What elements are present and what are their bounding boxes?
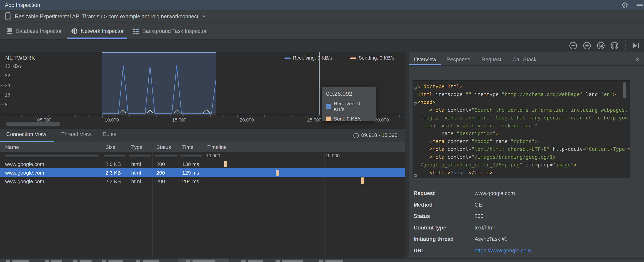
titlebar: App Inspection ⚙ — [0, 0, 644, 10]
zoom-in-icon[interactable] — [583, 41, 591, 50]
y-tick — [0, 95, 4, 95]
chart-horizontal-scrollbar[interactable] — [6, 122, 60, 126]
zoom-out-icon[interactable] — [569, 41, 578, 50]
tab-call-stack[interactable]: Call Stack — [512, 56, 536, 63]
field-label: URL — [414, 248, 425, 254]
chevron-down-icon — [202, 15, 206, 18]
field-value: www.google.com — [474, 190, 515, 196]
bottom-bar-fragment — [241, 260, 246, 262]
clock-icon — [353, 132, 359, 139]
gear-icon[interactable]: ⚙ — [621, 1, 628, 10]
tooltip-sent-label: Sent: 0 KB/s — [334, 116, 362, 122]
process-selector[interactable]: Resizable Experimental API Tiramisu > co… — [0, 10, 644, 23]
table-vertical-scrollbar[interactable] — [405, 52, 409, 258]
bottom-bar-fragment — [142, 260, 159, 262]
tab-network-inspector[interactable]: Network Inspector — [66, 23, 128, 39]
column-divider[interactable] — [152, 142, 152, 258]
tab-connection-view[interactable]: Connection View — [6, 131, 46, 137]
field-value: GET — [474, 202, 486, 208]
cell-size: 2.3 KB — [106, 178, 121, 184]
bottom-bar-fragment — [276, 260, 280, 262]
column-divider[interactable] — [178, 142, 178, 258]
table-row[interactable]: www.google.com 2.3 KB html 200 204 ms — [0, 177, 405, 186]
column-header-name[interactable]: Name — [5, 144, 19, 150]
chart-crosshair-line — [320, 52, 320, 115]
tab-database-inspector[interactable]: Database Inspector — [2, 23, 66, 39]
skip-to-end-icon[interactable] — [632, 42, 640, 50]
tooltip-time: 00:26.092 — [326, 90, 372, 97]
network-toolbar — [0, 40, 644, 52]
tab-request[interactable]: Request — [482, 56, 501, 63]
tab-thread-view[interactable]: Thread View — [61, 131, 91, 137]
tab-rules[interactable]: Rules — [103, 131, 116, 137]
x-tick — [305, 115, 306, 118]
column-header-time[interactable]: Time — [182, 144, 194, 150]
field-label: Request — [414, 190, 434, 196]
bottom-bar-fragment — [102, 260, 106, 262]
column-divider[interactable] — [204, 142, 204, 258]
fold-marker-icon[interactable] — [414, 174, 417, 176]
timeline-tick-label: 15.000 — [326, 153, 340, 158]
field-label: Initiating thread — [414, 236, 454, 242]
tooltip-received-swatch — [326, 104, 331, 109]
zoom-to-selection-icon[interactable] — [610, 41, 619, 50]
chart-title: NETWORK — [5, 55, 36, 61]
y-tick — [0, 85, 4, 86]
field-label: Status — [414, 213, 430, 219]
close-icon[interactable]: ✕ — [635, 56, 640, 63]
y-tick-label: 16 — [5, 92, 10, 98]
tab-label: Database Inspector — [16, 28, 62, 34]
tab-response[interactable]: Response — [446, 56, 470, 63]
x-tick-label: 25.000 — [307, 118, 322, 123]
cell-type: html — [131, 170, 141, 176]
fold-marker-icon[interactable] — [414, 98, 417, 101]
timeline-request-bar — [361, 178, 364, 184]
cell-size: 2.3 KB — [106, 170, 121, 176]
cell-name: www.google.com — [5, 178, 44, 184]
bottom-bar-fragment — [12, 260, 29, 262]
tooltip-received-label: Received: 0 KB/s — [334, 101, 372, 112]
column-header-timeline[interactable]: Timeline — [207, 144, 226, 150]
bottom-bar-fragment — [51, 260, 62, 262]
table-header — [0, 142, 405, 152]
fold-marker-icon[interactable] — [414, 83, 417, 86]
field-value: AsyncTask #1 — [474, 236, 508, 242]
toolbar-separator — [625, 41, 626, 50]
minimize-icon[interactable] — [636, 4, 643, 6]
cell-name: www.google.com — [5, 161, 44, 167]
bottom-bar-fragment — [45, 260, 49, 262]
x-tick — [238, 115, 238, 118]
table-row-selected[interactable]: www.google.com 2.3 KB html 200 129 ms — [0, 168, 405, 177]
bottom-bar-fragment — [282, 260, 303, 262]
code-scrollbar[interactable] — [623, 82, 626, 98]
x-tick — [170, 115, 170, 118]
x-tick — [35, 115, 36, 118]
connection-tab-bar — [0, 129, 405, 142]
tab-background-task-inspector[interactable]: Background Task Inspector — [128, 23, 211, 39]
response-preview-editor[interactable]: <!doctype html><html itemscope="" itemty… — [412, 80, 630, 178]
field-value: text/html — [474, 225, 495, 231]
url-link[interactable]: https://www.google.com — [474, 248, 531, 254]
column-divider[interactable] — [102, 142, 102, 258]
bottom-bar-fragment — [73, 260, 78, 262]
x-tick-label: 20.000 — [240, 118, 254, 123]
column-pill — [180, 155, 202, 156]
bottom-bar-fragment — [248, 260, 263, 262]
timeline-request-bar — [224, 161, 227, 167]
task-list-icon — [133, 28, 140, 34]
column-divider[interactable] — [127, 142, 127, 258]
database-icon — [6, 27, 13, 35]
column-header-type[interactable]: Type — [131, 144, 142, 150]
column-pill — [5, 155, 98, 156]
table-row[interactable]: www.google.com 2.0 KB html 200 130 ms — [0, 160, 405, 168]
tab-overview[interactable]: Overview — [414, 56, 436, 63]
page-title: App Inspection — [5, 0, 40, 10]
column-pill — [129, 155, 151, 156]
details-tab-border — [409, 66, 644, 66]
cell-name: www.google.com — [5, 170, 44, 176]
legend-sending-swatch — [350, 58, 356, 59]
column-header-size[interactable]: Size — [106, 144, 115, 150]
column-header-status[interactable]: Status — [156, 144, 171, 150]
reset-zoom-icon[interactable] — [596, 41, 605, 50]
app-inspection-window: App Inspection ⚙ Resizable Experimental … — [0, 0, 644, 262]
